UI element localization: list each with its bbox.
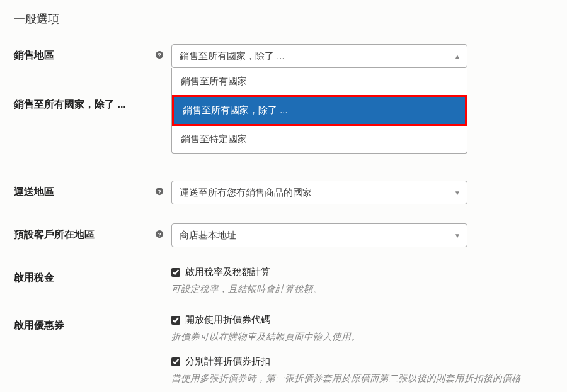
enable-tax-checkbox[interactable] [171, 268, 180, 277]
coupon-sequential-help: 當使用多張折價券時，第一張折價券套用於原價而第二張以後的則套用折扣後的價格 [171, 372, 553, 384]
coupon-sequential-checkbox-label: 分別計算折價券折扣 [185, 356, 270, 367]
coupon-enable-checkbox-line: 開放使用折價券代碼 [171, 314, 553, 326]
row-enable-tax: 啟用稅金 啟用稅率及稅額計算 可設定稅率，且結帳時會計算稅額。 [14, 266, 553, 295]
label-text: 運送地區 [14, 186, 54, 199]
svg-text:?: ? [158, 52, 161, 59]
label-sell-except: 銷售至所有國家，除了 ... [14, 87, 171, 111]
row-selling-region: 銷售地區 ? 銷售至所有國家，除了 ... ▲ 銷售至所有國家 銷售至所有國家，… [14, 44, 553, 68]
enable-coupon-control: 開放使用折價券代碼 折價券可以在購物車及結帳頁面中輸入使用。 分別計算折價券折扣… [171, 314, 553, 384]
label-enable-coupon: 啟用優惠券 [14, 314, 171, 332]
selected-value: 商店基本地址 [180, 230, 236, 242]
chevron-down-icon: ▼ [454, 232, 461, 239]
row-default-customer-location: 預設客戶所在地區 ? 商店基本地址 ▼ [14, 223, 553, 247]
coupon-enable-help: 折價券可以在購物車及結帳頁面中輸入使用。 [171, 331, 553, 343]
label-enable-tax: 啟用稅金 [14, 266, 171, 284]
coupon-sequential-checkbox[interactable] [171, 357, 180, 366]
shipping-region-select[interactable]: 運送至所有您有銷售商品的國家 ▼ [171, 181, 467, 204]
coupon-sequential-checkbox-line: 分別計算折價券折扣 [171, 356, 553, 367]
dropdown-option-specific[interactable]: 銷售至特定國家 [172, 126, 467, 153]
chevron-down-icon: ▼ [454, 189, 461, 196]
label-text: 預設客戶所在地區 [14, 228, 94, 242]
help-icon[interactable]: ? [155, 50, 164, 61]
label-shipping-region: 運送地區 ? [14, 181, 171, 199]
selling-region-dropdown: 銷售至所有國家 銷售至所有國家，除了 ... 銷售至特定國家 [171, 68, 467, 154]
label-text: 啟用優惠券 [14, 319, 64, 332]
enable-tax-control: 啟用稅率及稅額計算 可設定稅率，且結帳時會計算稅額。 [171, 266, 553, 295]
selected-value: 運送至所有您有銷售商品的國家 [180, 187, 312, 199]
section-title: 一般選項 [14, 11, 553, 26]
enable-tax-help: 可設定稅率，且結帳時會計算稅額。 [171, 283, 553, 295]
help-icon[interactable]: ? [155, 187, 164, 198]
selected-value: 銷售至所有國家，除了 ... [180, 50, 285, 62]
enable-tax-checkbox-line: 啟用稅率及稅額計算 [171, 266, 553, 278]
selling-region-select[interactable]: 銷售至所有國家，除了 ... ▲ [171, 44, 467, 68]
svg-text:?: ? [158, 231, 161, 238]
default-customer-location-select[interactable]: 商店基本地址 ▼ [171, 223, 467, 247]
svg-text:?: ? [158, 188, 161, 195]
label-selling-region: 銷售地區 ? [14, 44, 171, 62]
row-enable-coupon: 啟用優惠券 開放使用折價券代碼 折價券可以在購物車及結帳頁面中輸入使用。 分別計… [14, 314, 553, 384]
shipping-region-control: 運送至所有您有銷售商品的國家 ▼ [171, 181, 467, 204]
selling-region-control: 銷售至所有國家，除了 ... ▲ 銷售至所有國家 銷售至所有國家，除了 ... … [171, 44, 467, 68]
dropdown-option-all[interactable]: 銷售至所有國家 [172, 68, 467, 95]
label-text: 銷售至所有國家，除了 ... [14, 98, 126, 111]
default-customer-location-control: 商店基本地址 ▼ [171, 223, 467, 247]
chevron-up-icon: ▲ [454, 53, 461, 60]
row-shipping-region: 運送地區 ? 運送至所有您有銷售商品的國家 ▼ [14, 181, 553, 204]
dropdown-option-except[interactable]: 銷售至所有國家，除了 ... [172, 95, 467, 126]
enable-tax-checkbox-label: 啟用稅率及稅額計算 [185, 266, 270, 278]
help-icon[interactable]: ? [155, 230, 164, 240]
label-text: 啟用稅金 [14, 271, 54, 284]
coupon-enable-checkbox[interactable] [171, 316, 180, 325]
label-default-customer-location: 預設客戶所在地區 ? [14, 223, 171, 242]
label-text: 銷售地區 [14, 49, 54, 62]
coupon-enable-checkbox-label: 開放使用折價券代碼 [185, 314, 270, 326]
